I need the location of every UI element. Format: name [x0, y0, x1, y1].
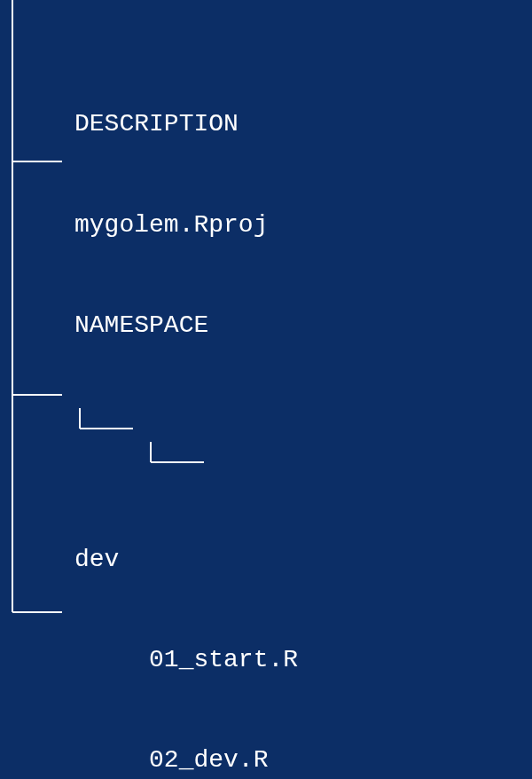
indent	[0, 110, 74, 138]
indent	[0, 311, 74, 339]
directory-tree: DESCRIPTION mygolem.Rproj NAMESPACE dev …	[0, 7, 462, 779]
file-name: 01_start.R	[149, 646, 298, 673]
indent	[0, 646, 149, 673]
file-name: NAMESPACE	[74, 311, 208, 339]
file-name: mygolem.Rproj	[74, 211, 268, 239]
indent	[0, 746, 149, 774]
dir-name: dev	[74, 546, 119, 573]
indent	[0, 546, 74, 573]
indent	[0, 211, 74, 239]
file-name: DESCRIPTION	[74, 110, 239, 138]
file-name: 02_dev.R	[149, 746, 268, 774]
